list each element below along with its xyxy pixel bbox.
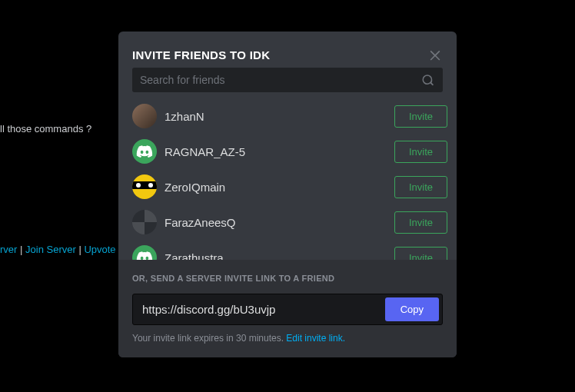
expire-text: Your invite link expires in 30 minutes. …	[132, 333, 443, 344]
friend-row[interactable]: 1zhanNInvite	[118, 98, 457, 134]
avatar-eyes-icon	[132, 181, 157, 189]
invite-modal: INVITE FRIENDS TO IDK 1zhanNInviteRAGNAR…	[118, 32, 457, 357]
invite-button[interactable]: Invite	[394, 141, 447, 163]
edit-invite-link[interactable]: Edit invite link.	[286, 333, 345, 344]
invite-button[interactable]: Invite	[394, 176, 447, 198]
friend-row[interactable]: FarazAneesQInvite	[118, 204, 457, 240]
avatar	[132, 210, 157, 234]
close-icon	[427, 47, 443, 62]
discord-logo-icon	[136, 249, 153, 260]
friend-row[interactable]: RAGNAR_AZ-5Invite	[118, 134, 457, 169]
modal-overlay: INVITE FRIENDS TO IDK 1zhanNInviteRAGNAR…	[0, 0, 575, 392]
friend-name: Zarathustra	[165, 251, 394, 261]
avatar	[132, 245, 157, 260]
friend-row[interactable]: ZarathustraInvite	[118, 240, 457, 260]
friend-row[interactable]: ZeroIQmainInvite	[118, 169, 457, 204]
modal-header: INVITE FRIENDS TO IDK	[118, 32, 457, 68]
friend-name: RAGNAR_AZ-5	[165, 145, 394, 158]
invite-button[interactable]: Invite	[394, 247, 447, 261]
invite-link-row: https://discord.gg/bU3uvjp Copy	[132, 294, 443, 325]
expire-label: Your invite link expires in 30 minutes.	[132, 333, 286, 344]
modal-title: INVITE FRIENDS TO IDK	[132, 48, 443, 61]
friend-name: ZeroIQmain	[165, 181, 394, 194]
avatar	[132, 104, 157, 128]
friends-list[interactable]: 1zhanNInviteRAGNAR_AZ-5InviteZeroIQmainI…	[118, 98, 457, 260]
footer-label: OR, SEND A SERVER INVITE LINK TO A FRIEN…	[132, 274, 443, 283]
close-button[interactable]	[427, 47, 446, 65]
search-input[interactable]	[132, 68, 443, 92]
search-icon	[421, 73, 435, 87]
invite-link-text[interactable]: https://discord.gg/bU3uvjp	[142, 303, 385, 316]
avatar	[132, 174, 157, 199]
discord-logo-icon	[136, 143, 153, 160]
friend-name: 1zhanN	[165, 110, 394, 123]
avatar	[132, 139, 157, 164]
invite-button[interactable]: Invite	[394, 211, 447, 234]
search-wrapper	[118, 68, 457, 98]
invite-button[interactable]: Invite	[394, 105, 447, 128]
modal-footer: OR, SEND A SERVER INVITE LINK TO A FRIEN…	[118, 260, 457, 357]
copy-button[interactable]: Copy	[385, 297, 439, 321]
friend-name: FarazAneesQ	[165, 216, 394, 229]
